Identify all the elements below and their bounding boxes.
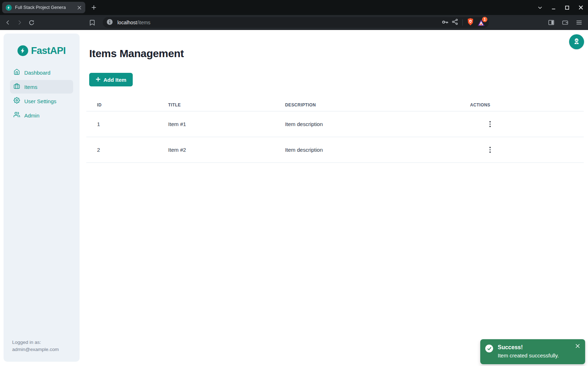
sidebar-item-label: User Settings: [24, 98, 56, 104]
fastapi-favicon-icon: [6, 5, 12, 11]
forward-button[interactable]: [15, 17, 25, 27]
brand-name: FastAPI: [31, 45, 66, 56]
browser-window: Full Stack Project Genera: [0, 0, 588, 366]
table-row: 2 Item #2 Item description: [86, 137, 584, 163]
toast-message: Item created successfully.: [498, 351, 559, 360]
brave-rewards-icon[interactable]: 1: [477, 18, 485, 27]
cell-actions: [459, 146, 584, 154]
site-info-icon[interactable]: [106, 19, 113, 27]
logged-in-label: Logged in as:: [12, 339, 59, 346]
sidebar-item-label: Dashboard: [24, 70, 50, 76]
cell-id: 2: [86, 147, 157, 153]
row-actions-kebab-menu[interactable]: [486, 120, 494, 129]
bookmark-icon[interactable]: [87, 17, 97, 27]
tab-close-icon[interactable]: [76, 4, 82, 11]
sidebar-item-label: Admin: [24, 112, 40, 119]
brave-shields-icon[interactable]: [467, 18, 474, 27]
check-circle-icon: [485, 345, 493, 352]
password-key-icon[interactable]: [441, 18, 449, 27]
sidebar-toggle-icon[interactable]: [546, 17, 556, 27]
sidebar: FastAPI Dashboard Items: [4, 34, 80, 362]
sidebar-nav: Dashboard Items User Settings: [4, 66, 80, 122]
items-table: ID TITLE DESCRIPTION ACTIONS 1 Item #1 I…: [86, 99, 584, 163]
maximize-button[interactable]: [562, 2, 572, 13]
toast-close-icon[interactable]: [574, 343, 581, 349]
fastapi-logo-icon: [17, 45, 28, 56]
main-content: Items Management Add Item ID TITLE DESCR…: [86, 30, 584, 163]
column-header-id: ID: [86, 102, 157, 107]
page-title: Items Management: [89, 47, 584, 60]
url-host: localhost: [117, 20, 137, 25]
brand-logo: FastAPI: [4, 45, 80, 57]
gear-icon: [14, 97, 20, 105]
rewards-notification-badge: 1: [482, 17, 487, 22]
divider: [462, 19, 463, 26]
url-text: localhost/items: [117, 20, 151, 25]
close-window-button[interactable]: [576, 2, 586, 13]
address-bar[interactable]: localhost/items 1: [103, 17, 489, 28]
table-row: 1 Item #1 Item description: [86, 111, 584, 137]
tab-bar: Full Stack Project Genera: [0, 0, 588, 15]
success-toast: Success! Item created successfully.: [480, 339, 585, 364]
sidebar-item-label: Items: [24, 84, 37, 90]
url-path: /items: [137, 20, 150, 25]
wallet-icon[interactable]: [560, 17, 570, 27]
browser-toolbar: localhost/items 1: [0, 15, 588, 30]
row-actions-kebab-menu[interactable]: [486, 146, 494, 154]
column-header-actions: ACTIONS: [459, 102, 584, 107]
logged-in-email: admin@example.com: [12, 346, 59, 353]
toast-title: Success!: [498, 344, 559, 351]
back-button[interactable]: [3, 17, 13, 27]
new-tab-button[interactable]: [90, 3, 98, 12]
sidebar-item-user-settings[interactable]: User Settings: [10, 94, 73, 108]
add-item-label: Add Item: [103, 77, 126, 83]
reload-button[interactable]: [26, 17, 36, 27]
briefcase-icon: [14, 83, 20, 91]
tab-search-chevron-icon[interactable]: [535, 2, 545, 13]
home-icon: [14, 69, 20, 76]
tab-title: Full Stack Project Genera: [15, 5, 76, 10]
column-header-description: DESCRIPTION: [274, 102, 460, 107]
sidebar-item-items[interactable]: Items: [10, 80, 73, 94]
app-page: FastAPI Dashboard Items: [0, 30, 588, 366]
browser-tab[interactable]: Full Stack Project Genera: [2, 2, 85, 13]
logged-in-info: Logged in as: admin@example.com: [12, 339, 59, 353]
minimize-button[interactable]: [548, 2, 559, 13]
add-item-button[interactable]: Add Item: [89, 73, 133, 86]
menu-hamburger-icon[interactable]: [574, 17, 584, 27]
cell-actions: [459, 120, 584, 129]
cell-title: Item #2: [157, 147, 274, 153]
cell-description: Item description: [274, 121, 460, 127]
cell-id: 1: [86, 121, 157, 127]
table-header-row: ID TITLE DESCRIPTION ACTIONS: [86, 99, 584, 111]
cell-description: Item description: [274, 147, 460, 153]
cell-title: Item #1: [157, 121, 274, 127]
plus-icon: [96, 77, 101, 83]
column-header-title: TITLE: [157, 102, 274, 107]
share-icon[interactable]: [451, 18, 458, 27]
sidebar-item-admin[interactable]: Admin: [10, 109, 73, 122]
sidebar-item-dashboard[interactable]: Dashboard: [10, 66, 73, 79]
users-icon: [14, 111, 20, 119]
